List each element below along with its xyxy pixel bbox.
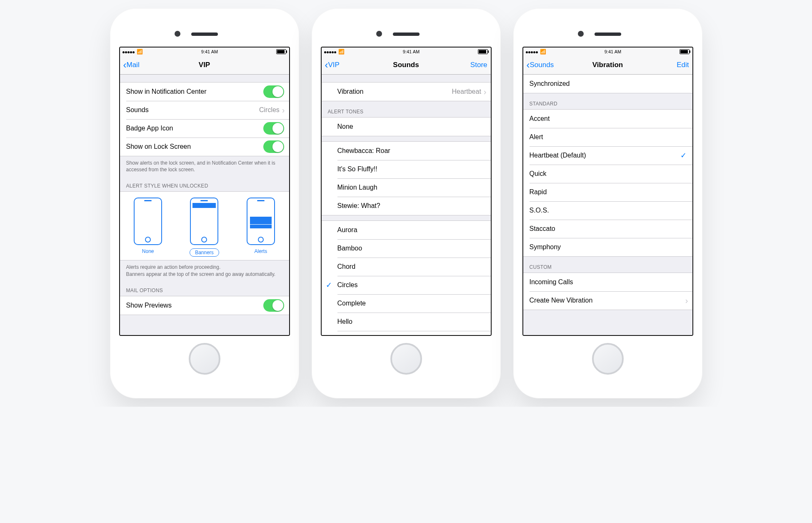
row-create-new-vibration[interactable]: Create New Vibration› xyxy=(523,291,692,310)
status-time: 9:41 AM xyxy=(403,49,420,54)
row-label: Show Previews xyxy=(126,302,263,309)
chevron-left-icon: ‹ xyxy=(325,60,328,70)
back-label: VIP xyxy=(328,61,340,69)
tone-row[interactable]: Bamboo xyxy=(322,239,491,258)
row-label: Rapid xyxy=(530,188,692,196)
phone-speaker-area xyxy=(119,18,290,47)
nav-bar: ‹ Sounds Vibration Edit xyxy=(523,56,692,75)
toggle-lock-screen[interactable] xyxy=(263,140,284,153)
row-show-on-lock-screen[interactable]: Show on Lock Screen xyxy=(120,138,289,156)
status-bar: 📶 9:41 AM xyxy=(120,48,289,56)
row-label: Symphony xyxy=(530,243,692,251)
lock-screen-footer: Show alerts on the lock screen, and in N… xyxy=(120,156,289,175)
alert-style-banners[interactable]: Banners xyxy=(181,198,227,257)
vibration-row[interactable]: Alert xyxy=(523,128,692,146)
alert-tones-header: ALERT TONES xyxy=(322,101,491,117)
row-label: Create New Vibration xyxy=(530,297,685,304)
row-vibration[interactable]: Vibration Heartbeat › xyxy=(322,83,491,101)
vibration-row[interactable]: Staccato xyxy=(523,220,692,238)
row-label: None xyxy=(337,123,491,130)
row-label: S.O.S. xyxy=(530,207,692,214)
tone-row[interactable]: Chord xyxy=(322,258,491,276)
custom-header: CUSTOM xyxy=(523,257,692,273)
back-button[interactable]: ‹ Mail xyxy=(123,60,157,70)
nav-bar: ‹ Mail VIP xyxy=(120,56,289,75)
tone-row[interactable]: It's So Fluffy!! xyxy=(322,160,491,178)
tone-row[interactable]: Hello xyxy=(322,313,491,331)
tone-row[interactable]: Aurora xyxy=(322,221,491,239)
status-bar: 📶 9:41 AM xyxy=(322,48,491,56)
tone-row[interactable]: Minion Laugh xyxy=(322,178,491,197)
tone-row[interactable]: Stewie: What? xyxy=(322,197,491,215)
signal-dots-icon xyxy=(122,49,135,54)
wifi-icon: 📶 xyxy=(540,49,546,55)
status-bar: 📶 9:41 AM xyxy=(523,48,692,56)
home-button[interactable] xyxy=(189,343,220,375)
vibration-row[interactable]: Symphony xyxy=(523,238,692,256)
chevron-right-icon: › xyxy=(685,296,688,305)
store-button[interactable]: Store xyxy=(454,61,487,69)
alert-style-alerts-preview xyxy=(247,198,275,245)
toggle-show-previews[interactable] xyxy=(263,299,284,312)
nav-title: Vibration xyxy=(560,61,656,69)
mail-options-header: MAIL OPTIONS xyxy=(120,280,289,296)
battery-icon xyxy=(680,49,690,54)
tone-row[interactable]: ✓Circles xyxy=(322,276,491,294)
tone-row[interactable]: Complete xyxy=(322,294,491,313)
tone-row[interactable]: Chewbacca: Roar xyxy=(322,142,491,160)
row-label: Circles xyxy=(337,281,491,289)
tone-row[interactable]: None xyxy=(322,118,491,136)
tones-group-2: Chewbacca: RoarIt's So Fluffy!!Minion La… xyxy=(322,141,491,215)
vibration-row[interactable]: S.O.S. xyxy=(523,201,692,220)
row-label: Badge App Icon xyxy=(126,125,263,132)
alert-style-alerts[interactable]: Alerts xyxy=(238,198,284,257)
home-button[interactable] xyxy=(592,343,624,375)
row-label: Incoming Calls xyxy=(530,278,692,286)
chevron-right-icon: › xyxy=(282,106,285,114)
check-icon: ✓ xyxy=(326,280,332,290)
alert-style-footer: Alerts require an action before proceedi… xyxy=(120,260,289,280)
chevron-left-icon: ‹ xyxy=(527,60,530,70)
battery-icon xyxy=(276,49,286,54)
row-custom-vibration[interactable]: Incoming Calls xyxy=(523,273,692,291)
row-label: Staccato xyxy=(530,225,692,233)
row-label: Heartbeat (Default) xyxy=(530,152,680,159)
custom-vibrations-group: Incoming CallsCreate New Vibration› xyxy=(523,273,692,310)
edit-button[interactable]: Edit xyxy=(656,61,689,69)
row-label: Stewie: What? xyxy=(337,202,491,210)
toggle-notification-center[interactable] xyxy=(263,85,284,98)
vibration-row[interactable]: Accent xyxy=(523,110,692,128)
toggle-badge[interactable] xyxy=(263,122,284,135)
row-show-in-notification-center[interactable]: Show in Notification Center xyxy=(120,83,289,101)
row-label: Synchronized xyxy=(530,80,692,88)
row-show-previews[interactable]: Show Previews xyxy=(120,296,289,315)
chevron-left-icon: ‹ xyxy=(123,60,127,70)
row-label: Chord xyxy=(337,263,491,270)
alert-style-header: ALERT STYLE WHEN UNLOCKED xyxy=(120,175,289,191)
row-label: Hello xyxy=(337,318,491,325)
alert-style-label: Banners xyxy=(190,248,219,257)
vibration-row[interactable]: Heartbeat (Default)✓ xyxy=(523,146,692,165)
back-button[interactable]: ‹ Sounds xyxy=(527,60,560,70)
signal-dots-icon xyxy=(324,49,337,54)
back-label: Mail xyxy=(127,61,140,69)
row-label: Bamboo xyxy=(337,245,491,252)
nav-title: Sounds xyxy=(358,61,454,69)
row-value: Circles xyxy=(259,106,280,114)
tone-row[interactable]: Input xyxy=(322,331,491,335)
row-label: Sounds xyxy=(126,106,259,114)
row-synced[interactable]: Synchronized xyxy=(523,75,692,93)
row-label: Complete xyxy=(337,300,491,307)
chevron-right-icon: › xyxy=(484,88,487,96)
row-label: Alert xyxy=(530,133,692,141)
back-label: Sounds xyxy=(530,61,554,69)
back-button[interactable]: ‹ VIP xyxy=(325,60,358,70)
vibration-row[interactable]: Rapid xyxy=(523,183,692,201)
wifi-icon: 📶 xyxy=(338,49,345,55)
row-sounds[interactable]: Sounds Circles › xyxy=(120,101,289,119)
row-badge-app-icon[interactable]: Badge App Icon xyxy=(120,119,289,138)
alert-style-label: None xyxy=(142,248,154,254)
alert-style-none[interactable]: None xyxy=(125,198,171,257)
vibration-row[interactable]: Quick xyxy=(523,165,692,183)
home-button[interactable] xyxy=(390,343,422,375)
